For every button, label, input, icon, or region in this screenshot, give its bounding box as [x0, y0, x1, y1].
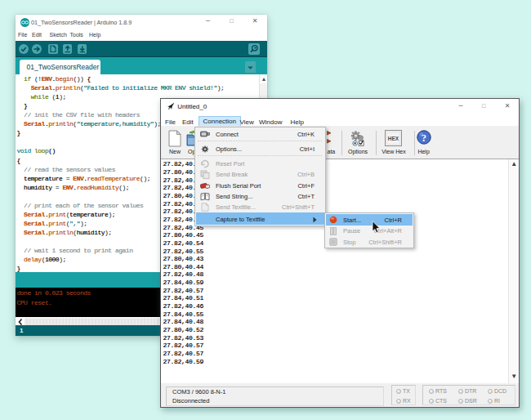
svg-text:HEX: HEX — [388, 136, 399, 141]
svg-text:?: ? — [422, 132, 426, 144]
